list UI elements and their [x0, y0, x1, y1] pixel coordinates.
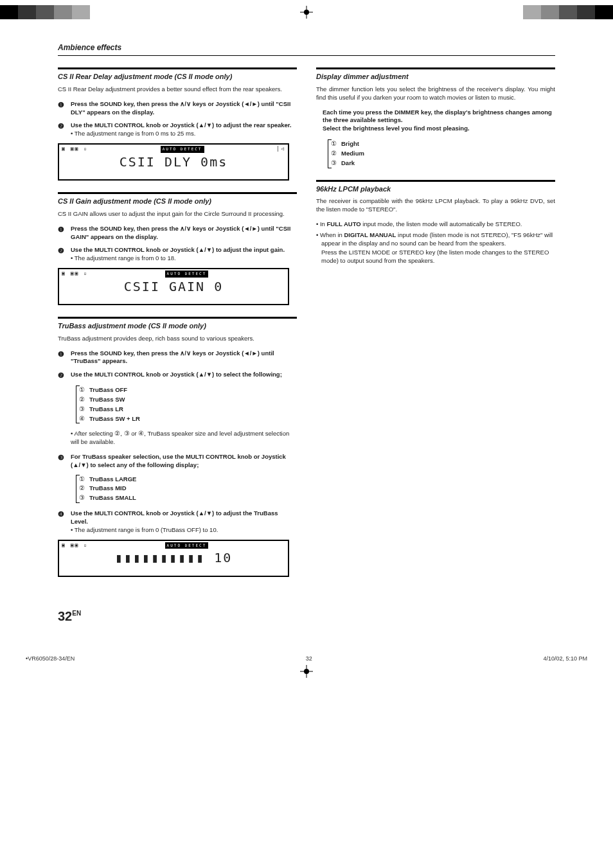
option-label: Dark: [341, 159, 355, 168]
page-header: Ambience effects: [58, 42, 555, 56]
step-text: Use the MULTI CONTROL knob or Joystick (…: [71, 121, 297, 130]
step-number-icon: ❷: [58, 371, 67, 380]
section-desc: CS II GAIN allows user to adjust the inp…: [58, 210, 297, 218]
option-label: TruBass SMALL: [89, 494, 136, 502]
option-label: TruBass MID: [89, 484, 127, 493]
registration-crosshair-icon: [299, 665, 314, 679]
step-text: Press the SOUND key, then press the ∧/∨ …: [71, 100, 297, 117]
step-number-icon: ❶: [58, 350, 67, 366]
option-label: Medium: [341, 150, 364, 158]
step-text: For TruBass speaker selection, use the M…: [71, 453, 297, 470]
option-label: Bright: [341, 140, 359, 148]
step-text: Press the SOUND key, then press the ∧/∨ …: [71, 350, 297, 366]
dimmer-options-list: ①Bright ②Medium ③Dark: [328, 139, 555, 168]
footer-bar: •VR6050/28-34/EN 32 4/10/02, 5:10 PM: [0, 651, 613, 662]
footer-timestamp: 4/10/02, 5:10 PM: [543, 655, 587, 662]
registration-boxes-right: [523, 5, 613, 19]
lcd-display-csii-gain: ▣ ▣▣ ▫AUTO DETECT CSII GAIN 0: [58, 268, 289, 305]
step-sub-note: • The adjustment range is from 0 (TruBas…: [71, 526, 297, 535]
section-title-dimmer: Display dimmer adjustment: [316, 67, 555, 82]
step-number-icon: ❶: [58, 225, 67, 242]
step-sub-note: • The adjustment range is from 0 to 18.: [71, 254, 297, 263]
section-desc: The receiver is compatible with the 96kH…: [316, 197, 555, 214]
step-text: Use the MULTI CONTROL knob or Joystick (…: [71, 509, 297, 526]
bullet-item: • When in DIGITAL MANUAL input mode (lis…: [316, 231, 555, 248]
section-title-96khz: 96kHz LPCM playback: [316, 180, 555, 194]
lcd-display-csii-delay: ▣ ▣▣ ▫AUTO DETECT|◁ CSII DLY 0ms: [58, 143, 289, 181]
section-title-csii-gain: CS II Gain adjustment mode (CS II mode o…: [58, 192, 297, 206]
step-sub-note: • The adjustment range is from 0 ms to 2…: [71, 130, 297, 138]
bullet-continuation: Press the LISTEN MODE or STEREO key (the…: [316, 249, 555, 265]
registration-crosshair-icon: [299, 5, 314, 19]
step-text: Use the MULTI CONTROL knob or Joystick (…: [71, 246, 297, 254]
option-label: TruBass LARGE: [89, 475, 136, 484]
dimmer-note: Each time you press the DIMMER key, the …: [316, 109, 555, 133]
step-number-icon: ❶: [58, 100, 67, 117]
left-column: CS II Rear Delay adjustment mode (CS II …: [58, 67, 297, 588]
step-number-icon: ❷: [58, 246, 67, 263]
option-label: TruBass LR: [89, 405, 123, 414]
footer-filename: •VR6050/28-34/EN: [26, 655, 75, 662]
top-registration-bar: [0, 0, 613, 23]
step-text: Press the SOUND key, then press the ∧/∨ …: [71, 225, 297, 242]
section-desc: TruBass adjustment provides deep, rich b…: [58, 335, 297, 343]
option-label: TruBass SW + LR: [89, 415, 140, 423]
section-desc: The dimmer function lets you select the …: [316, 85, 555, 102]
bullet-item: • In FULL AUTO input mode, the listen mo…: [316, 220, 555, 229]
step-text: Use the MULTI CONTROL knob or Joystick (…: [71, 371, 297, 380]
trubass-speaker-options-list: ①TruBass LARGE ②TruBass MID ③TruBass SMA…: [76, 475, 297, 503]
option-label: TruBass SW: [89, 396, 125, 404]
step-number-icon: ❸: [58, 453, 67, 470]
section-title-trubass: TruBass adjustment mode (CS II mode only…: [58, 317, 297, 331]
step-number-icon: ❷: [58, 121, 67, 138]
note: • After selecting ②, ③ or ④, TruBass spe…: [58, 430, 297, 447]
trubass-options-list: ①TruBass OFF ②TruBass SW ③TruBass LR ④Tr…: [76, 385, 297, 423]
footer-page: 32: [306, 655, 312, 662]
section-desc: CS II Rear Delay adjustment provides a b…: [58, 85, 297, 94]
section-title-csii-delay: CS II Rear Delay adjustment mode (CS II …: [58, 67, 297, 82]
lcd-display-trubass-level: ▣ ▣▣ ▫AUTO DETECT ▮▮▮▮▮▮▮▮▮▮ 10: [58, 540, 289, 577]
option-label: TruBass OFF: [89, 386, 127, 394]
right-column: Display dimmer adjustment The dimmer fun…: [316, 67, 555, 588]
page-number: 32EN: [58, 608, 555, 625]
registration-boxes-left: [0, 5, 90, 19]
step-number-icon: ❹: [58, 509, 67, 534]
